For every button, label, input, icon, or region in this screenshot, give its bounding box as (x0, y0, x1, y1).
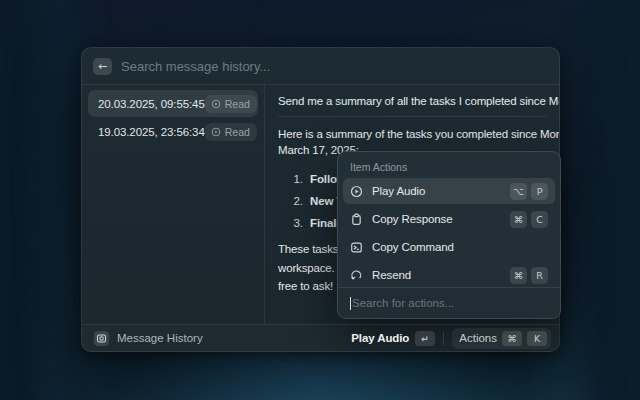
list-item[interactable]: 20.03.2025, 09:55:45 Read (88, 90, 258, 117)
command-key: ⌘ (502, 331, 522, 346)
summary-intro-line: Here is a summary of the tasks you compl… (278, 126, 546, 142)
search-input[interactable] (121, 59, 548, 74)
list-item[interactable]: 19.03.2025, 23:56:34 Read (88, 118, 258, 145)
message-question: Send me a summary of all the tasks I com… (278, 95, 546, 107)
wallpaper-shape (570, 0, 640, 400)
item-actions-panel: Item Actions Play Audio ⌥ P (337, 151, 561, 319)
task-number: 2. (291, 195, 303, 207)
statusbar-actions: Play Audio ↵ Actions ⌘ K (351, 328, 551, 349)
primary-action-button[interactable]: Play Audio ↵ (351, 331, 435, 346)
text-caret (350, 297, 351, 310)
message-datetime: 20.03.2025, 09:55:45 (98, 98, 205, 110)
statusbar-divider (443, 332, 444, 345)
read-badge-label: Read (225, 98, 250, 110)
app-name: Message History (117, 332, 203, 344)
primary-action-label: Play Audio (351, 332, 409, 344)
actions-search-placeholder: Search for actions... (352, 297, 454, 309)
message-list: 20.03.2025, 09:55:45 Read 19.03.2025, 23… (82, 85, 265, 324)
command-key: ⌘ (510, 211, 527, 228)
action-item-copy-command[interactable]: Copy Command (343, 234, 555, 260)
actions-label: Actions (459, 332, 497, 344)
message-datetime: 19.03.2025, 23:56:34 (98, 126, 205, 138)
actions-menu-button[interactable]: Actions ⌘ K (452, 328, 551, 349)
message-history-icon (94, 331, 109, 346)
redo-icon (350, 269, 363, 282)
k-key: K (527, 331, 547, 346)
shortcut-keys: ⌘ C (510, 211, 548, 228)
play-circle-icon (350, 185, 363, 198)
action-item-copy-response[interactable]: Copy Response ⌘ C (343, 206, 555, 232)
status-bar: Message History Play Audio ↵ Actions ⌘ K (82, 324, 559, 351)
command-key: ⌘ (510, 267, 527, 284)
action-label: Resend (372, 269, 501, 281)
raycast-window: ← 20.03.2025, 09:55:45 Read 19.03.2025, … (81, 47, 560, 352)
p-key: P (531, 183, 548, 200)
action-label: Copy Response (372, 213, 501, 225)
actions-search-input[interactable]: Search for actions... (338, 287, 560, 318)
option-key: ⌥ (510, 183, 527, 200)
shortcut-keys: ⌥ P (510, 183, 548, 200)
task-number: 1. (291, 173, 303, 185)
back-button[interactable]: ← (93, 58, 112, 75)
read-badge-label: Read (225, 126, 250, 138)
arrow-left-icon: ← (98, 61, 107, 72)
action-item-play-audio[interactable]: Play Audio ⌥ P (343, 178, 555, 204)
action-list: Play Audio ⌥ P Copy Response ⌘ C (338, 178, 560, 300)
action-label: Copy Command (372, 241, 548, 253)
c-key: C (531, 211, 548, 228)
play-circle-icon (211, 127, 221, 137)
action-item-resend[interactable]: Resend ⌘ R (343, 262, 555, 288)
play-circle-icon (211, 99, 221, 109)
search-header: ← (82, 48, 559, 85)
return-key: ↵ (415, 331, 435, 346)
task-number: 3. (291, 217, 303, 229)
read-badge: Read (205, 123, 257, 141)
clipboard-icon (350, 213, 363, 226)
read-badge: Read (205, 95, 257, 113)
action-panel-title: Item Actions (338, 152, 560, 178)
shortcut-keys: ⌘ R (510, 267, 548, 284)
action-label: Play Audio (372, 185, 501, 197)
terminal-icon (350, 241, 363, 254)
r-key: R (531, 267, 548, 284)
detail-divider (278, 116, 546, 117)
desktop: ← 20.03.2025, 09:55:45 Read 19.03.2025, … (0, 0, 640, 400)
